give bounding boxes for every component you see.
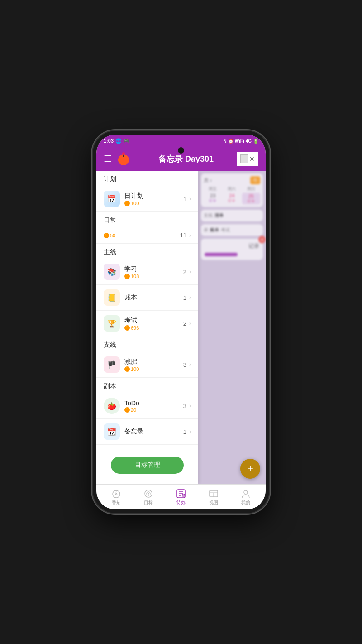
tab-list: 清单 bbox=[214, 212, 224, 219]
daily-plan-info: 日计划 🟠 100 bbox=[124, 192, 183, 206]
menu-item-exam[interactable]: 🏆 考试 🟠 696 2 › bbox=[96, 311, 198, 336]
todo-nav-icon bbox=[176, 489, 186, 499]
tab-strip: 支线 清单 bbox=[201, 210, 263, 221]
diet-coin-value: 100 bbox=[131, 366, 139, 372]
memo-icon: 📆 bbox=[104, 423, 120, 440]
exam-coins: 🟠 696 bbox=[124, 325, 183, 331]
nav-item-todo[interactable]: 待办 bbox=[165, 487, 197, 508]
manage-button[interactable]: 目标管理 bbox=[111, 457, 184, 474]
close-icon[interactable]: ✕ bbox=[249, 155, 255, 163]
main-content: 计划 📅 日计划 🟠 100 1 › 日常 bbox=[96, 171, 266, 484]
phone-frame: 1:03 🌐 🎮 N ⏰ WiFi 4G 🔋 ☰ bbox=[93, 131, 269, 513]
study-coins: 🟠 108 bbox=[124, 274, 183, 279]
todo-count: 3 bbox=[183, 403, 186, 409]
tomato-nav-label: 番茄 bbox=[112, 500, 121, 506]
ledger-chevron: › bbox=[189, 294, 191, 301]
diet-count: 3 bbox=[183, 361, 186, 368]
menu-item-memo[interactable]: 📆 备忘录 1 › bbox=[96, 419, 198, 445]
exam-chevron: › bbox=[189, 320, 191, 327]
section-header-plan: 计划 bbox=[96, 171, 198, 186]
todo-nav-label: 待办 bbox=[176, 500, 186, 506]
record-area: ✕ 记录 bbox=[201, 239, 263, 260]
diet-coin-icon: 🟠 bbox=[124, 366, 130, 372]
memo-chevron: › bbox=[189, 428, 191, 435]
signal-4g: 4G bbox=[246, 139, 252, 144]
header-close-button[interactable]: ✕ bbox=[237, 152, 258, 166]
daily-coins: 🟠 50 bbox=[104, 233, 180, 238]
daily-chevron: › bbox=[189, 232, 191, 239]
study-info: 学习 🟠 108 bbox=[124, 265, 183, 279]
todo-coin-icon: 🟠 bbox=[124, 407, 130, 413]
ledger-icon: 📒 bbox=[104, 289, 120, 306]
diet-info: 减肥 🟠 100 bbox=[124, 358, 183, 372]
add-fab-button[interactable]: + bbox=[240, 459, 260, 479]
ledger-name: 账本 bbox=[124, 293, 183, 302]
daily-plan-name: 日计划 bbox=[124, 192, 183, 200]
daily-coin-icon: 🟠 bbox=[104, 233, 109, 238]
exam-info: 考试 🟠 696 bbox=[124, 317, 183, 331]
diet-name: 减肥 bbox=[124, 358, 183, 366]
section-header-copy: 副本 bbox=[96, 378, 198, 393]
svg-point-15 bbox=[244, 490, 248, 494]
manage-btn-container: 目标管理 bbox=[96, 445, 198, 484]
status-left: 1:03 🌐 🎮 bbox=[104, 138, 129, 144]
mine-nav-icon bbox=[241, 489, 251, 499]
close-record-icon: ✕ bbox=[258, 236, 266, 243]
study-count: 2 bbox=[183, 269, 186, 275]
menu-item-study[interactable]: 📚 学习 🟠 108 2 › bbox=[96, 259, 198, 285]
phone-screen: 1:03 🌐 🎮 N ⏰ WiFi 4G 🔋 ☰ bbox=[96, 135, 266, 509]
memo-name: 备忘录 bbox=[124, 428, 183, 436]
nav-item-goals[interactable]: 目标 bbox=[133, 487, 165, 508]
ledger-info: 账本 bbox=[124, 293, 183, 302]
coin-icon: 🟠 bbox=[124, 201, 130, 206]
section-header-side: 支线 bbox=[96, 336, 198, 352]
calendar-month: 月 › bbox=[204, 177, 212, 184]
exam-coin-icon: 🟠 bbox=[124, 325, 130, 331]
menu-item-daily-plan[interactable]: 📅 日计划 🟠 100 1 › bbox=[96, 186, 198, 212]
daily-plan-coins: 🟠 100 bbox=[124, 201, 183, 206]
sub-tab-strip: 录 账本 考试 bbox=[201, 224, 263, 236]
hamburger-icon[interactable]: ☰ bbox=[104, 154, 112, 164]
study-chevron: › bbox=[189, 269, 191, 275]
subtab-record: 录 bbox=[204, 227, 208, 233]
background-content: 月 › 今 周五 周六 周日 23 打卡 24 bbox=[198, 171, 266, 484]
menu-item-diet[interactable]: 🏴 减肥 🟠 100 3 › bbox=[96, 352, 198, 378]
cal-weekday-fri: 周五 bbox=[204, 186, 222, 192]
daily-plan-coin-value: 100 bbox=[131, 201, 139, 206]
wifi-icon: WiFi bbox=[235, 139, 244, 144]
daily-info: 🟠 50 bbox=[104, 232, 180, 238]
menu-item-todo[interactable]: 🍅 ToDo 🟠 20 3 › bbox=[96, 393, 198, 419]
todo-info: ToDo 🟠 20 bbox=[124, 399, 183, 413]
exam-coin-value: 696 bbox=[131, 325, 139, 331]
cal-weekday-sat: 周六 bbox=[223, 186, 241, 192]
daily-plan-icon: 📅 bbox=[104, 191, 120, 207]
menu-item-ledger[interactable]: 📒 账本 1 › bbox=[96, 285, 198, 311]
diet-chevron: › bbox=[189, 361, 191, 368]
nav-item-view[interactable]: 视图 bbox=[197, 487, 230, 508]
todo-coin-value: 20 bbox=[131, 407, 136, 413]
goals-nav-label: 目标 bbox=[144, 500, 153, 506]
view-nav-icon bbox=[209, 489, 219, 499]
view-nav-label: 视图 bbox=[209, 500, 218, 506]
status-icons: 🌐 🎮 bbox=[115, 138, 129, 144]
header-title: 备忘录 Day301 bbox=[135, 154, 237, 164]
study-name: 学习 bbox=[124, 265, 183, 273]
window-square bbox=[240, 154, 248, 163]
nav-item-tomato[interactable]: 番茄 bbox=[100, 487, 133, 508]
daily-coin-value: 50 bbox=[110, 233, 115, 238]
nav-item-mine[interactable]: 我的 bbox=[229, 487, 262, 508]
tomato-nav-icon bbox=[111, 489, 121, 499]
diet-icon: 🏴 bbox=[104, 356, 120, 373]
svg-point-6 bbox=[148, 493, 149, 494]
todo-coins: 🟠 20 bbox=[124, 407, 183, 413]
section-header-daily: 日常 bbox=[96, 212, 198, 227]
calendar-widget: 月 › 今 周五 周六 周日 23 打卡 24 bbox=[201, 173, 263, 207]
menu-item-daily[interactable]: 🟠 50 11 › bbox=[96, 227, 198, 244]
status-time: 1:03 bbox=[104, 138, 114, 144]
subtab-ledger: 账本 bbox=[210, 227, 219, 233]
cal-date-25: 25 打卡 bbox=[242, 193, 260, 204]
right-background-panel: 月 › 今 周五 周六 周日 23 打卡 24 bbox=[198, 171, 266, 484]
memo-count: 1 bbox=[183, 428, 186, 435]
svg-point-2 bbox=[122, 152, 125, 155]
exam-count: 2 bbox=[183, 320, 186, 327]
